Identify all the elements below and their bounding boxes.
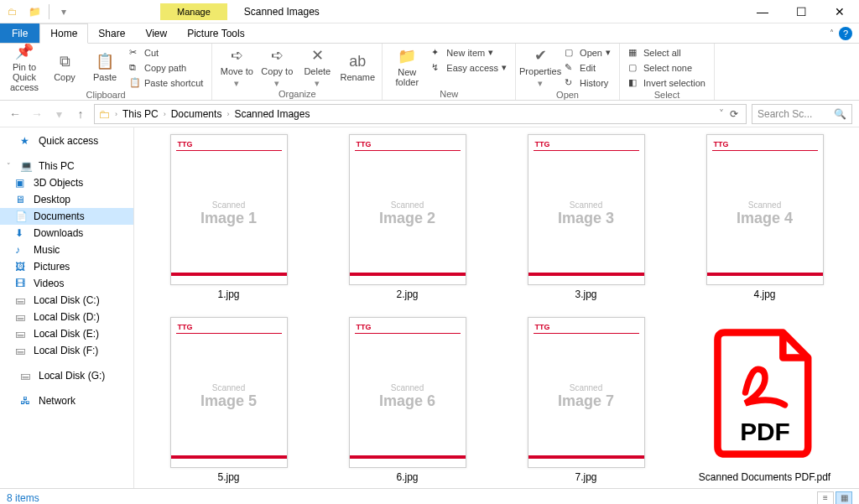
file-name-label: 4.jpg [753,288,775,300]
thumb-text-small: Scanned [350,200,466,210]
paste-button[interactable]: 📋 Paste [86,45,124,89]
thumb-text-big: Image 5 [171,392,287,410]
recent-dropdown[interactable]: ▾ [50,107,67,121]
new-item-button[interactable]: ✦New item ▾ [428,45,510,60]
chevron-right-icon[interactable]: › [160,110,169,118]
tab-view[interactable]: View [135,23,177,43]
ribbon-group-select: ▦Select all ▢Select none ◧Invert selecti… [620,44,715,100]
minimize-button[interactable]: — [743,0,782,23]
file-item[interactable]: TTG Scanned Image 7 7.jpg [505,317,667,483]
file-item-pdf[interactable]: PDF Scanned Documents PDF.pdf [684,317,846,483]
copy-button[interactable]: ⧉ Copy [45,45,84,89]
breadcrumb-item[interactable]: Documents [171,108,222,120]
breadcrumb[interactable]: 🗀 › This PC › Documents › Scanned Images… [94,104,747,124]
file-item[interactable]: TTG Scanned Image 6 6.jpg [326,317,488,483]
sidebar-item-videos[interactable]: 🎞Videos [0,275,133,292]
pin-to-quick-access-button[interactable]: 📌 Pin to Quick access [5,45,44,89]
file-thumbnail: TTG Scanned Image 3 [528,134,645,285]
edit-button[interactable]: ✎Edit [561,60,614,75]
select-none-icon: ▢ [628,62,640,73]
sidebar-item-local-disk-c[interactable]: 🖴Local Disk (C:) [0,292,133,309]
qat-dropdown-icon[interactable]: ▾ [55,3,73,21]
move-to-button[interactable]: ➪Move to▾ [217,45,256,89]
forward-button[interactable]: → [29,107,45,121]
breadcrumb-item[interactable]: Scanned Images [234,108,310,120]
chevron-right-icon[interactable]: › [112,110,121,118]
thumbnails-view-button[interactable]: ▦ [836,491,852,505]
thumb-text-small: Scanned [350,383,466,392]
thumb-brand: TTG [357,140,372,148]
thumb-brand: TTG [178,140,193,148]
file-item[interactable]: TTG Scanned Image 5 5.jpg [148,317,310,483]
ribbon-group-organize: ➪Move to▾ ➪Copy to▾ ✕Delete▾ abRename Or… [212,44,383,100]
paste-shortcut-button[interactable]: 📋Paste shortcut [126,75,206,90]
download-icon: ⬇ [15,227,29,239]
sidebar-item-quick-access[interactable]: ★ Quick access [0,132,133,149]
edit-icon: ✎ [565,62,576,73]
star-icon: ★ [20,135,34,147]
sidebar-item-local-disk-d[interactable]: 🖴Local Disk (D:) [0,309,133,325]
history-button[interactable]: ↻History [561,75,614,90]
sidebar-item-downloads[interactable]: ⬇Downloads [0,225,133,242]
properties-button[interactable]: ✔Properties▾ [521,45,560,89]
copy-to-button[interactable]: ➪Copy to▾ [258,45,296,89]
search-placeholder: Search Sc... [757,108,812,120]
back-button[interactable]: ← [7,107,23,121]
open-button[interactable]: ▢Open ▾ [561,45,614,60]
select-none-button[interactable]: ▢Select none [625,60,709,75]
sidebar-item-network[interactable]: 🖧Network [0,392,133,409]
sidebar-item-this-pc[interactable]: ˅ 💻 This PC [0,158,133,174]
close-button[interactable]: ✕ [820,0,859,23]
chevron-down-icon[interactable]: ˅ [7,162,15,170]
sidebar-item-3d-objects[interactable]: ▣3D Objects [0,174,133,191]
search-input[interactable]: Search Sc... 🔍 [752,104,852,124]
delete-button[interactable]: ✕Delete▾ [298,45,336,89]
sidebar-item-pictures[interactable]: 🖼Pictures [0,258,133,275]
item-count: 8 items [7,492,39,504]
thumb-text-big: Image 2 [350,210,466,227]
help-icon[interactable]: ? [839,27,852,40]
file-list[interactable]: TTG Scanned Image 1 1.jpg TTG Scanned Im… [134,127,859,488]
tab-share[interactable]: Share [88,23,135,43]
cut-icon: ✂ [129,47,141,58]
invert-selection-button[interactable]: ◧Invert selection [625,75,709,90]
tab-picture-tools[interactable]: Picture Tools [177,23,254,43]
up-button[interactable]: ↑ [72,107,89,121]
sidebar-item-desktop[interactable]: 🖥Desktop [0,191,133,208]
file-item[interactable]: TTG Scanned Image 2 2.jpg [326,134,488,300]
group-label: New [388,89,510,101]
maximize-button[interactable]: ☐ [782,0,820,23]
invert-icon: ◧ [628,77,640,88]
sidebar-item-local-disk-e[interactable]: 🖴Local Disk (E:) [0,325,133,342]
file-item[interactable]: TTG Scanned Image 3 3.jpg [505,134,667,300]
thumb-text-small: Scanned [171,200,287,210]
sidebar-item-local-disk-g[interactable]: 🖴Local Disk (G:) [0,367,133,384]
breadcrumb-dropdown-icon[interactable]: ˅ [719,108,724,120]
sidebar-item-documents[interactable]: 📄Documents [0,208,133,225]
refresh-button[interactable]: ⟳ [726,108,742,120]
ribbon-collapse-icon[interactable]: ˄ [830,29,834,38]
tab-file[interactable]: File [0,23,39,43]
rename-button[interactable]: abRename [338,45,377,89]
easy-access-button[interactable]: ↯Easy access ▾ [428,60,510,75]
select-all-button[interactable]: ▦Select all [625,45,709,60]
sidebar-item-music[interactable]: ♪Music [0,242,133,258]
group-label: Open [521,90,614,101]
details-view-button[interactable]: ≡ [817,491,834,505]
new-folder-button[interactable]: 📁New folder [388,45,426,89]
breadcrumb-item[interactable]: This PC [122,108,159,120]
pin-icon: 📌 [15,42,34,60]
sidebar-item-local-disk-f[interactable]: 🖴Local Disk (F:) [0,342,133,359]
copy-path-button[interactable]: ⧉Copy path [126,60,206,75]
easy-access-icon: ↯ [431,62,443,73]
chevron-right-icon[interactable]: › [223,110,232,118]
file-name-label: 3.jpg [575,288,596,300]
folder-icon[interactable]: 🗀 [3,3,22,21]
context-tab-manage[interactable]: Manage [160,3,227,20]
folder2-icon[interactable]: 📁 [25,3,44,21]
file-item[interactable]: TTG Scanned Image 1 1.jpg [148,134,310,300]
tab-home[interactable]: Home [39,23,88,44]
cut-button[interactable]: ✂Cut [126,45,206,60]
file-item[interactable]: TTG Scanned Image 4 4.jpg [684,134,846,300]
thumb-text-big: Image 3 [528,210,644,227]
